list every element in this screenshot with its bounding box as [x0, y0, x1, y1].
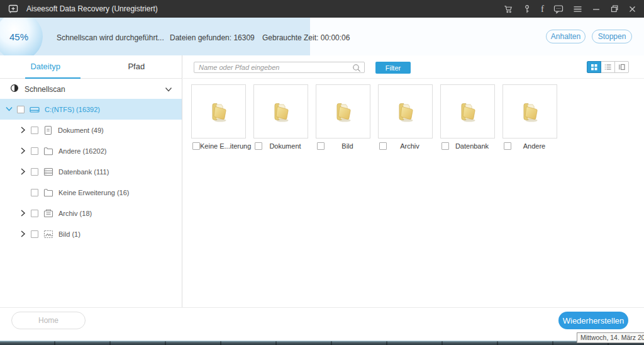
sidebar: Dateityp Pfad Schnellscan C:(N [0, 55, 182, 307]
tree-row-label: Andere (16202) [58, 147, 106, 155]
folder-card-andere: Andere [502, 84, 557, 150]
image-icon [43, 229, 53, 239]
window-title: Aiseesoft Data Recovery (Unregistriert) [26, 4, 158, 13]
chevron-right-icon[interactable] [18, 230, 28, 238]
taskbar-date-tooltip: Mittwoch, 14. März 2018 [577, 332, 644, 343]
chevron-right-icon[interactable] [18, 167, 28, 176]
folder-tile[interactable] [378, 84, 433, 139]
checkbox[interactable] [31, 230, 38, 238]
view-mode-toggle [587, 61, 629, 73]
chevron-down-icon[interactable] [164, 86, 173, 93]
grid-view-icon[interactable] [587, 61, 601, 73]
tree-row-label: C:(NTFS) (16392) [45, 106, 100, 113]
folder-card-dokument: Dokument [253, 84, 308, 150]
tree-row-label: Datenbank (111) [58, 168, 109, 176]
yellow-folder-icon [392, 98, 419, 125]
checkbox[interactable] [31, 127, 38, 134]
search-input[interactable] [199, 63, 350, 72]
search-icon[interactable] [352, 64, 361, 72]
folder-tile[interactable] [440, 84, 495, 139]
yellow-folder-icon [517, 98, 543, 125]
close-icon[interactable] [628, 5, 636, 13]
tree-row-dokument[interactable]: Dokument (49) [0, 120, 182, 140]
folder-tile[interactable] [191, 84, 246, 139]
checkbox[interactable] [255, 142, 262, 150]
checkbox[interactable] [31, 210, 38, 217]
tab-dateityp[interactable]: Dateityp [0, 55, 91, 78]
chevron-right-icon[interactable] [18, 147, 28, 155]
menu-icon[interactable] [573, 5, 582, 13]
taskbar-segments [0, 341, 644, 345]
folder-label: Datenbank [449, 142, 495, 150]
folder-card-bild: Bild [316, 84, 370, 150]
folder-label: Archiv [387, 142, 433, 150]
checkbox[interactable] [379, 142, 387, 150]
tree-row-archiv[interactable]: Archiv (18) [0, 203, 182, 223]
checkbox[interactable] [31, 147, 38, 155]
folder-card-keine-erweiterung: Keine E...iterung [191, 84, 246, 150]
checkbox[interactable] [17, 106, 25, 113]
database-icon [43, 167, 53, 177]
app-logo-icon [8, 4, 19, 14]
checkbox[interactable] [504, 142, 511, 150]
checkbox[interactable] [31, 189, 38, 196]
tree-row-bild[interactable]: Bild (1) [0, 223, 182, 244]
tree-row-label: Dokument (49) [58, 127, 104, 134]
chevron-right-icon[interactable] [18, 209, 28, 217]
tree-row-keine-erweiterung[interactable]: Keine Erweiterung (16) [0, 182, 182, 203]
filter-button[interactable]: Filter [375, 62, 411, 74]
tree-row-andere[interactable]: Andere (16202) [0, 140, 182, 161]
checkbox[interactable] [317, 142, 325, 150]
content-toolbar: Filter [183, 55, 644, 79]
archive-icon [43, 208, 53, 218]
facebook-icon[interactable]: f [541, 4, 544, 13]
taskbar-edge[interactable] [0, 341, 644, 345]
feedback-icon[interactable] [553, 4, 564, 14]
tree-row-label: Keine Erweiterung (16) [58, 189, 130, 196]
folder-icon [43, 188, 53, 197]
tree-row-datenbank[interactable]: Datenbank (111) [0, 161, 182, 182]
checkbox[interactable] [441, 142, 449, 150]
titlebar-actions: f [494, 0, 636, 18]
minimize-icon[interactable] [592, 5, 601, 13]
title-bar: Aiseesoft Data Recovery (Unregistriert) … [0, 0, 644, 18]
file-type-tree: C:(NTFS) (16392) Dokument (49) [0, 99, 182, 244]
chevron-down-icon[interactable] [4, 106, 14, 113]
pie-scan-icon [10, 84, 19, 95]
folder-tile[interactable] [502, 84, 557, 139]
scan-mode-header[interactable]: Schnellscan [0, 80, 182, 99]
chevron-right-icon[interactable] [18, 126, 28, 134]
active-tab-underline [25, 77, 80, 79]
footer-bar: Home Wiederherstellen [0, 307, 644, 341]
sidebar-tabs: Dateityp Pfad [0, 55, 182, 79]
list-view-icon[interactable] [601, 61, 615, 73]
checkbox[interactable] [192, 142, 200, 150]
folder-caption: Datenbank [440, 142, 495, 150]
restore-icon[interactable] [610, 4, 619, 13]
yellow-folder-icon [268, 98, 294, 125]
split-view-icon[interactable] [614, 61, 629, 73]
document-icon [43, 125, 53, 135]
checkbox[interactable] [31, 168, 38, 176]
progress-percent: 45% [9, 31, 28, 42]
folder-tile[interactable] [316, 84, 370, 139]
pause-button[interactable]: Anhalten [546, 30, 586, 43]
tree-row-drive[interactable]: C:(NTFS) (16392) [0, 99, 182, 120]
drive-icon [30, 105, 40, 115]
tree-row-label: Archiv (18) [58, 210, 92, 217]
folder-caption: Archiv [378, 142, 433, 150]
folder-label: Keine E...iterung [200, 142, 251, 150]
yellow-folder-icon [455, 98, 481, 125]
yellow-folder-icon [330, 98, 357, 125]
cart-icon[interactable] [504, 4, 513, 14]
key-icon[interactable] [523, 4, 531, 14]
stop-button[interactable]: Stoppen [592, 30, 632, 43]
folder-caption: Andere [502, 142, 557, 150]
folder-tile[interactable] [253, 84, 308, 139]
home-button[interactable]: Home [11, 312, 86, 329]
recover-button[interactable]: Wiederherstellen [558, 312, 628, 329]
scan-mode-label: Schnellscan [25, 85, 65, 94]
search-box [194, 62, 365, 73]
elapsed-time-text: Gebrauchte Zeit: 00:00:06 [262, 33, 350, 42]
tab-pfad[interactable]: Pfad [91, 55, 182, 78]
